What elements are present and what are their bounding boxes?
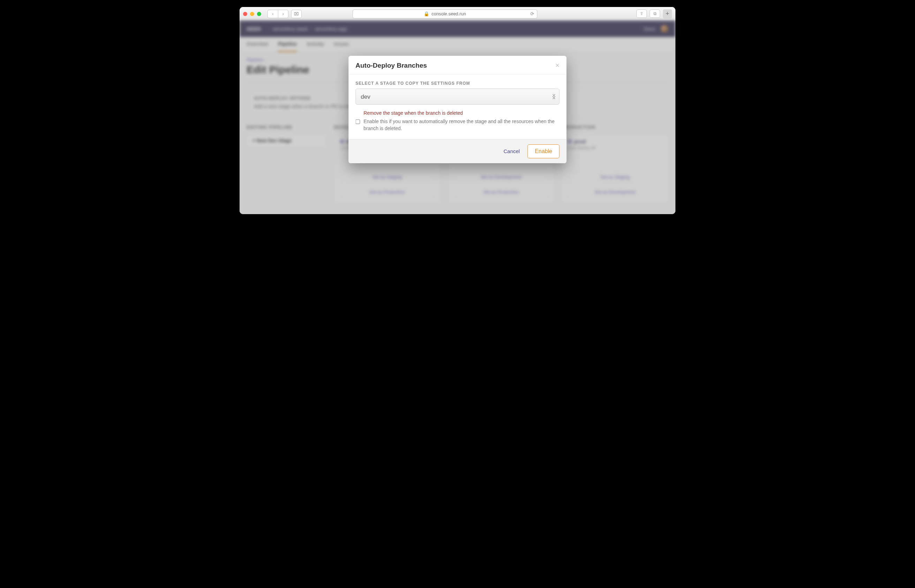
- nav-buttons: ‹ ›: [268, 10, 288, 18]
- browser-window: ‹ › ⌧ 🔒 console.seed.run ⟳ ⇪ ⧉ + SEED › …: [240, 7, 675, 214]
- stage-select-label: SELECT A STAGE TO COPY THE SETTINGS FROM: [356, 81, 560, 86]
- stage-select-wrap: dev: [356, 89, 560, 105]
- chevron-right-icon: ›: [282, 11, 284, 16]
- modal-footer: Cancel Enable: [349, 139, 566, 163]
- lock-icon: 🔒: [424, 11, 429, 16]
- share-icon: ⇪: [640, 11, 643, 16]
- sidebar-button[interactable]: ⌧: [291, 10, 302, 18]
- sidebar-icon: ⌧: [294, 11, 299, 16]
- url-bar[interactable]: 🔒 console.seed.run ⟳: [353, 10, 537, 18]
- enable-button[interactable]: Enable: [528, 144, 560, 158]
- chevron-left-icon: ‹: [272, 11, 274, 16]
- close-window-button[interactable]: [243, 12, 247, 16]
- zoom-window-button[interactable]: [257, 12, 261, 16]
- refresh-icon[interactable]: ⟳: [530, 11, 534, 16]
- plus-icon: +: [666, 10, 670, 18]
- tabs-button[interactable]: ⧉: [650, 10, 660, 18]
- minimize-window-button[interactable]: [250, 12, 254, 16]
- remove-stage-label[interactable]: Remove the stage when the branch is dele…: [364, 110, 560, 116]
- back-button[interactable]: ‹: [268, 10, 278, 18]
- modal-body: SELECT A STAGE TO COPY THE SETTINGS FROM…: [349, 74, 566, 139]
- browser-chrome: ‹ › ⌧ 🔒 console.seed.run ⟳ ⇪ ⧉ +: [240, 7, 675, 21]
- remove-stage-checkbox[interactable]: [356, 111, 360, 132]
- close-icon[interactable]: ×: [555, 61, 560, 69]
- viewport: SEED › serverless-stack / serverless-app…: [240, 21, 675, 214]
- stage-select[interactable]: dev: [356, 89, 560, 105]
- auto-deploy-branches-modal: Auto-Deploy Branches × SELECT A STAGE TO…: [349, 56, 566, 163]
- remove-stage-row: Remove the stage when the branch is dele…: [356, 110, 560, 132]
- cancel-button[interactable]: Cancel: [503, 148, 520, 154]
- forward-button[interactable]: ›: [278, 10, 288, 18]
- traffic-lights: [243, 12, 261, 16]
- chrome-right: ⇪ ⧉ +: [636, 10, 672, 18]
- new-tab-button[interactable]: +: [663, 10, 672, 18]
- tabs-icon: ⧉: [654, 11, 657, 16]
- modal-title: Auto-Deploy Branches: [356, 62, 427, 69]
- modal-header: Auto-Deploy Branches ×: [349, 56, 566, 74]
- remove-stage-desc: Enable this if you want to automatically…: [364, 118, 560, 132]
- url-host: console.seed.run: [431, 11, 466, 16]
- share-button[interactable]: ⇪: [636, 10, 647, 18]
